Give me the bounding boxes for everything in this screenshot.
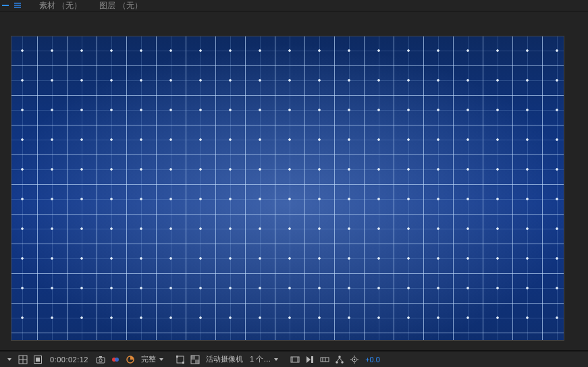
svg-rect-16 — [176, 356, 178, 358]
current-time-display[interactable]: 0:00:02:12 — [47, 356, 91, 364]
preview-grid-dots — [11, 36, 564, 340]
panel-menu-icon[interactable] — [14, 1, 22, 9]
mask-toggle-button[interactable] — [32, 354, 43, 365]
svg-point-13 — [115, 358, 119, 362]
svg-rect-2 — [14, 5, 21, 6]
composition-preview[interactable] — [11, 36, 564, 340]
svg-rect-3 — [14, 7, 21, 8]
svg-rect-9 — [97, 358, 105, 363]
views-layout-dropdown[interactable]: 1 个… — [248, 354, 279, 364]
svg-rect-11 — [99, 356, 102, 358]
timeline-toggle-button[interactable] — [319, 354, 330, 365]
resolution-label: 完整 — [141, 354, 156, 364]
svg-rect-1 — [14, 3, 21, 4]
svg-point-10 — [99, 358, 102, 361]
resolution-dropdown[interactable]: 完整 — [140, 354, 165, 364]
svg-line-31 — [337, 358, 340, 361]
panel-grip-icon[interactable] — [1, 1, 9, 9]
composition-panel — [0, 11, 588, 351]
magnification-dropdown[interactable] — [3, 354, 14, 365]
svg-rect-20 — [195, 360, 199, 364]
comp-flowchart-button[interactable] — [334, 354, 345, 365]
top-menu-bar: 素材 （无） 图层 （无） — [0, 0, 588, 11]
snapshot-button[interactable] — [95, 354, 106, 365]
svg-point-28 — [338, 356, 341, 358]
transparency-grid-button[interactable] — [190, 354, 201, 365]
fast-previews-button[interactable] — [304, 354, 315, 365]
viewer-frame[interactable] — [11, 36, 564, 341]
color-management-button[interactable] — [125, 354, 136, 365]
panel-header — [0, 11, 588, 33]
tab-layer[interactable]: 图层 （无） — [99, 0, 142, 11]
exposure-value[interactable]: +0.0 — [364, 356, 381, 364]
svg-point-34 — [354, 358, 355, 360]
svg-line-32 — [340, 358, 342, 361]
svg-point-29 — [336, 361, 338, 364]
tab-footage[interactable]: 素材 （无） — [39, 0, 82, 11]
views-label: 1 个… — [250, 354, 271, 364]
svg-rect-17 — [182, 362, 184, 364]
pixel-aspect-button[interactable] — [290, 354, 300, 365]
show-channel-button[interactable] — [110, 354, 121, 365]
reset-exposure-button[interactable] — [349, 354, 360, 365]
camera-label: 活动摄像机 — [206, 354, 243, 364]
viewer-toolbar: 0:00:02:12 完整 活动摄像机 1 个… + — [0, 351, 588, 367]
svg-rect-25 — [321, 358, 329, 362]
svg-rect-8 — [36, 358, 40, 362]
svg-point-30 — [341, 361, 344, 364]
svg-rect-0 — [2, 5, 9, 6]
svg-rect-19 — [191, 356, 195, 360]
svg-rect-24 — [311, 356, 313, 363]
active-camera-dropdown[interactable]: 活动摄像机 — [205, 354, 244, 364]
region-of-interest-button[interactable] — [175, 354, 186, 365]
grid-guides-button[interactable] — [18, 354, 28, 365]
